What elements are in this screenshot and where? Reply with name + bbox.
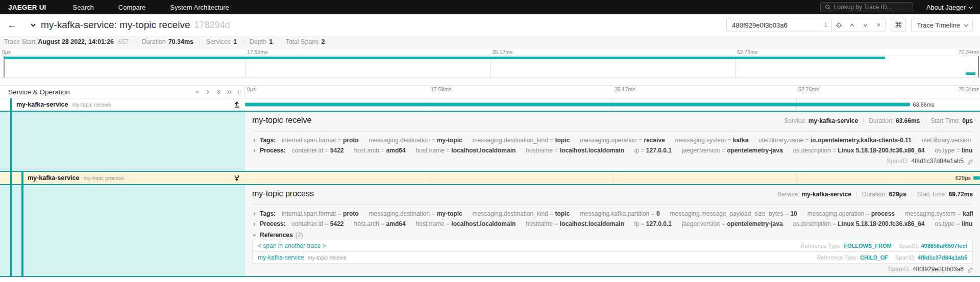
span-bar[interactable] — [973, 176, 980, 180]
key-value-item: host.arch = amd64 — [354, 147, 405, 154]
references-toggle[interactable]: References (2) — [252, 230, 973, 240]
external-trace-link[interactable]: < span in another trace > — [258, 242, 326, 249]
key-value-item: otel.library.version = 1.15.0-alpha — [922, 137, 973, 144]
detail-meta-item: Start Time:69.72ms — [917, 191, 973, 198]
span-detail-panel: my-topic receive Service:my-kafka-servic… — [0, 111, 980, 172]
key-value-item: os.type = linux — [935, 147, 973, 154]
column-resizer[interactable] — [238, 90, 240, 94]
tree-indent-guide — [10, 98, 12, 111]
top-navbar: JAEGER UI Search Compare System Architec… — [0, 0, 980, 14]
collapse-one-icon[interactable] — [194, 89, 200, 95]
back-button[interactable]: ← — [7, 19, 22, 31]
app-brand[interactable]: JAEGER UI — [8, 4, 46, 11]
summary-trace-start: Trace StartAugust 28 2022, 14:01:26.657 — [4, 38, 129, 45]
span-bar[interactable] — [245, 103, 910, 107]
process-row[interactable]: Process: container.id = 5422host.arch = … — [252, 219, 973, 229]
span-search-box: 1 × — [726, 18, 886, 32]
key-value-item: messaging.system = kafka — [905, 210, 973, 217]
expand-all-icon[interactable] — [227, 89, 232, 95]
expand-one-icon[interactable] — [205, 89, 211, 95]
trace-id-lookup[interactable] — [820, 2, 913, 12]
key-value-item: messaging.message_payload_size_bytes = 1… — [670, 210, 797, 217]
timeline-tick-labels: 0μs17.59ms35.17ms52.76ms70.34ms — [245, 86, 980, 98]
tick-label: 0μs — [0, 49, 11, 55]
tree-indent-guide — [10, 112, 12, 171]
span-row[interactable]: my-kafka-service my-topic receive 63.66m… — [0, 98, 980, 111]
viewport-right-handle[interactable] — [978, 56, 979, 77]
key-value-item: host.name = localhost.localdomain — [416, 220, 516, 227]
tags-row[interactable]: Tags: internal.span.format = protomessag… — [252, 135, 973, 145]
process-row[interactable]: Process: container.id = 5422host.arch = … — [252, 145, 973, 156]
span-bar-track[interactable]: 63.66ms — [245, 98, 980, 111]
chevron-down-icon — [968, 5, 972, 9]
tick-label: 52.76ms — [796, 86, 819, 92]
key-value-item: os.description = Linux 5.18.18-200.fc36.… — [793, 220, 925, 227]
key-value-item: os.type = linux — [935, 220, 973, 227]
chevron-right-icon — [252, 138, 256, 143]
summary-total-spans: Total Spans2 — [285, 38, 325, 45]
key-value-item: ip = 127.0.0.1 — [634, 147, 672, 154]
key-value-item: host.name = localhost.localdomain — [416, 147, 516, 154]
chevron-right-icon — [252, 212, 256, 216]
detail-span-title: my-topic process — [252, 189, 314, 198]
focus-span-button[interactable] — [832, 18, 845, 32]
arrow-up-from-line-icon[interactable] — [234, 101, 240, 108]
span-search-input[interactable] — [727, 21, 824, 29]
nav-item-search[interactable]: Search — [73, 4, 94, 11]
detail-meta-item: Duration:629μs — [862, 191, 906, 198]
service-operation-header: Service & Operation — [8, 88, 70, 96]
reference-type: FOLLOWS_FROM — [844, 243, 892, 249]
keyboard-shortcuts-button[interactable]: ⌘ — [891, 18, 906, 32]
detail-meta: Service:my-kafka-serviceDuration:63.66ms… — [784, 117, 973, 124]
detail-meta-item: Service:my-kafka-service — [784, 117, 858, 124]
tags-row[interactable]: Tags: internal.span.format = protomessag… — [252, 209, 973, 219]
nav-item-compare[interactable]: Compare — [118, 4, 145, 11]
reference-row[interactable]: my-kafka-servicemy-topic receive Referen… — [252, 252, 973, 264]
key-value-item: messaging.operation = process — [807, 210, 895, 217]
trace-id-lookup-input[interactable] — [834, 4, 909, 11]
detail-span-title: my-topic receive — [252, 116, 311, 125]
minimap-canvas[interactable] — [0, 55, 980, 78]
span-bar-track[interactable]: 629μs — [245, 172, 980, 184]
clear-search-button[interactable]: × — [872, 18, 885, 32]
key-value-item: messaging.kafka.partition = 0 — [580, 210, 659, 217]
span-service-name[interactable]: my-kafka-service — [28, 174, 79, 182]
key-value-item: ip = 127.0.0.1 — [634, 220, 672, 227]
key-value-item: host.arch = amd64 — [354, 220, 405, 227]
tick-label: 35.17ms — [490, 49, 512, 55]
minimap-tick-labels: 0μs17.59ms35.17ms52.76ms70.34ms — [0, 48, 980, 55]
reference-span-link[interactable]: my-kafka-service — [258, 254, 304, 261]
collapse-all-icon[interactable] — [216, 89, 222, 95]
key-value-item: hostname = localhost.localdomain — [526, 220, 624, 227]
about-jaeger-menu[interactable]: About Jaeger — [926, 4, 972, 11]
detail-meta-item: Start Time:0μs — [930, 117, 973, 124]
span-id-footer: SpanID: 480f929e0f3b03a6 — [252, 265, 973, 274]
trace-minimap: 0μs17.59ms35.17ms52.76ms70.34ms — [0, 48, 980, 78]
tree-indent-guide — [21, 172, 23, 184]
tick-label: 17.59ms — [245, 49, 267, 55]
fork-down-icon[interactable] — [234, 175, 240, 182]
reference-operation: my-topic receive — [308, 254, 347, 261]
span-row[interactable]: my-kafka-service my-topic process 629μs — [0, 172, 980, 184]
span-id-value: 4f8d1c37d84a1ab5 — [911, 158, 964, 165]
trace-page-header: ← my-kafka-service: my-topic receive1782… — [0, 14, 980, 36]
reference-row[interactable]: < span in another trace > Reference Type… — [252, 240, 973, 252]
link-icon[interactable] — [966, 158, 973, 165]
key-value-item: otel.library.name = io.opentelemetry.kaf… — [758, 137, 911, 144]
trace-collapse-toggle[interactable] — [30, 21, 37, 29]
key-value-item: jaeger.version = opentelemetry-java — [682, 147, 783, 154]
trace-view-dropdown[interactable]: Trace Timeline — [911, 18, 973, 32]
summary-depth: Depth1 — [250, 38, 273, 45]
viewport-left-handle[interactable] — [4, 56, 5, 77]
next-result-button[interactable] — [859, 18, 872, 32]
search-result-count: 1 — [824, 21, 831, 29]
trace-summary-bar: Trace StartAugust 28 2022, 14:01:26.657 … — [0, 36, 980, 48]
prev-result-button[interactable] — [845, 18, 859, 32]
nav-item-system-architecture[interactable]: System Architecture — [170, 4, 229, 11]
detail-meta-item: Duration:63.66ms — [869, 117, 920, 124]
reference-type: CHILD_OF — [860, 254, 888, 261]
span-service-name[interactable]: my-kafka-service — [16, 101, 68, 108]
link-icon[interactable] — [966, 266, 973, 273]
span-id-value: 480f929e0f3b03a6 — [913, 266, 964, 273]
tree-indent-guide — [10, 185, 12, 276]
